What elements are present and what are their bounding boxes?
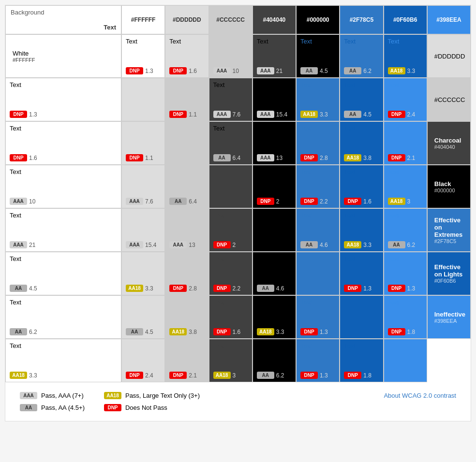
- cell-r3-c5: TextDNP2.2: [296, 165, 340, 208]
- col-header-4: #000000: [296, 5, 340, 34]
- contrast-ratio: 6.2: [407, 242, 416, 248]
- text-label: Text: [104, 24, 116, 31]
- cell-bottom: DNP2: [213, 241, 236, 248]
- cell-r5-c0: TextAA4.5: [5, 252, 121, 295]
- cell-text: Text: [10, 81, 21, 88]
- cell-r3-c1: TextAAA7.6: [121, 165, 165, 208]
- cell-r6-c7: TextDNP1.8: [384, 295, 427, 339]
- row-header-0: White #FFFFFF: [5, 34, 121, 78]
- row-header-3: Charcoal #404040: [427, 121, 471, 165]
- wcag-badge: DNP: [169, 372, 187, 379]
- cell-text: Text: [300, 38, 312, 45]
- cell-text: Text: [388, 38, 400, 45]
- cell-bottom: AA6.2: [10, 328, 37, 335]
- cell-text: Text: [213, 81, 225, 88]
- cell-r5-c1: TextAA183.3: [121, 252, 165, 295]
- cell-bottom: DNP1.1: [169, 111, 197, 118]
- wcag-badge: AA: [213, 154, 231, 161]
- legend-item-2: AA18 Pass, Large Text Only (3+): [104, 392, 200, 399]
- row-header-7: Ineffective #398EEA: [427, 295, 471, 339]
- contrast-ratio: 3.8: [189, 329, 197, 335]
- cell-r1-c6: TextAA4.5: [340, 78, 383, 121]
- cell-r1-c2: TextDNP1.1: [165, 78, 208, 121]
- cell-text: Text: [10, 255, 21, 262]
- cell-bottom: DNP2.1: [169, 372, 197, 379]
- cell-r3-c6: TextDNP1.6: [340, 165, 383, 208]
- wcag-badge: DNP: [344, 372, 361, 379]
- wcag-link[interactable]: About WCAG 2.0 contrast: [384, 392, 456, 399]
- wcag-badge: AA: [388, 241, 405, 248]
- cell-r4-c1: TextAAA15.4: [121, 208, 165, 252]
- cell-text: Text: [169, 81, 181, 88]
- cell-r0-c0: TextDNP1.3: [121, 34, 165, 78]
- contrast-ratio: 10: [29, 198, 35, 205]
- cell-text: Text: [213, 125, 225, 132]
- row-label: Black: [434, 180, 455, 188]
- cell-bottom: AA4.5: [344, 111, 372, 118]
- cell-bottom: DNP2.2: [300, 198, 328, 205]
- wcag-badge: AA18: [388, 67, 405, 74]
- cell-bottom: AAA7.6: [126, 198, 153, 205]
- contrast-ratio: 2.1: [189, 372, 197, 379]
- cell-text: Text: [10, 125, 21, 132]
- cell-r3-c0: TextAAA10: [5, 165, 121, 208]
- cell-bottom: AA4.5: [10, 285, 37, 292]
- contrast-ratio: 6.4: [233, 155, 241, 161]
- cell-bottom: AAA7.6: [213, 111, 241, 118]
- cell-text: Text: [388, 255, 400, 262]
- legend-item-1: AA Pass, AA (4.5+): [20, 404, 85, 411]
- contrast-ratio: 3: [407, 198, 411, 205]
- cell-bottom: AA4.5: [126, 328, 153, 335]
- row-header-1: #DDDDDD: [427, 34, 471, 78]
- cell-r2-c1: TextDNP1.1: [121, 121, 165, 165]
- wcag-badge: DNP: [169, 67, 187, 74]
- wcag-badge: AA: [344, 111, 361, 118]
- cell-text: Text: [213, 342, 225, 349]
- cell-r1-c1: [121, 78, 165, 121]
- wcag-badge: AA: [126, 328, 143, 335]
- cell-r7-c0: TextAA183.3: [5, 339, 121, 382]
- cell-r3-c4: TextDNP2: [253, 165, 296, 208]
- cell-r0-c5: TextAA6.2: [340, 34, 383, 78]
- legend-label: Pass, AA (4.5+): [41, 404, 85, 411]
- cell-bottom: AAA21: [10, 241, 35, 248]
- cell-text: Text: [344, 38, 356, 45]
- contrast-ratio: 1.3: [29, 111, 37, 118]
- cell-text: Text: [213, 255, 225, 262]
- contrast-ratio: 6.2: [276, 372, 284, 379]
- cell-r4-c0: TextAAA21: [5, 208, 121, 252]
- contrast-ratio: 3.3: [145, 285, 153, 292]
- cell-text: Text: [300, 299, 312, 306]
- cell-text: Text: [388, 299, 400, 306]
- cell-r4-c2: TextAAA13: [165, 208, 208, 252]
- background-label: Background: [11, 9, 44, 16]
- cell-bottom: AA183.3: [126, 285, 153, 292]
- contrast-grid-container: Background Text #FFFFFF#DDDDDD#CCCCCC#40…: [5, 5, 471, 421]
- contrast-ratio: 21: [29, 242, 35, 248]
- col-header-label: #000000: [307, 16, 329, 23]
- contrast-ratio: 1.6: [233, 329, 241, 335]
- row-header-5: Effective on Extremes #2F78C5: [427, 208, 471, 252]
- wcag-badge: AA18: [169, 328, 187, 335]
- wcag-badge: AAA: [10, 198, 27, 205]
- wcag-badge: DNP: [300, 154, 318, 161]
- cell-r6-c2: TextAA183.8: [165, 295, 208, 339]
- cell-r5-c7: TextDNP1.3: [384, 252, 427, 295]
- row-label: #DDDDDD: [434, 53, 465, 60]
- wcag-link-anchor[interactable]: About WCAG 2.0 contrast: [384, 392, 456, 399]
- legend-left: AAA Pass, AAA (7+) AA Pass, AA (4.5+) AA…: [20, 392, 200, 411]
- cell-r2-c0: TextDNP1.6: [5, 121, 121, 165]
- contrast-ratio: 1.6: [363, 198, 372, 205]
- wcag-badge: AA18: [344, 154, 361, 161]
- wcag-badge: AA18: [344, 241, 361, 248]
- cell-text: Text: [126, 125, 137, 132]
- cell-text: Text: [10, 299, 21, 306]
- legend-item-3: DNP Does Not Pass: [104, 404, 200, 411]
- contrast-ratio: 2.1: [407, 155, 416, 161]
- cell-text: Text: [213, 299, 225, 306]
- cell-r6-c0: TextAA6.2: [5, 295, 121, 339]
- cell-bottom: DNP1.3: [300, 328, 328, 335]
- wcag-badge: AA: [257, 285, 274, 292]
- cell-text: Text: [257, 81, 268, 88]
- cell-r3-c3: [209, 165, 253, 208]
